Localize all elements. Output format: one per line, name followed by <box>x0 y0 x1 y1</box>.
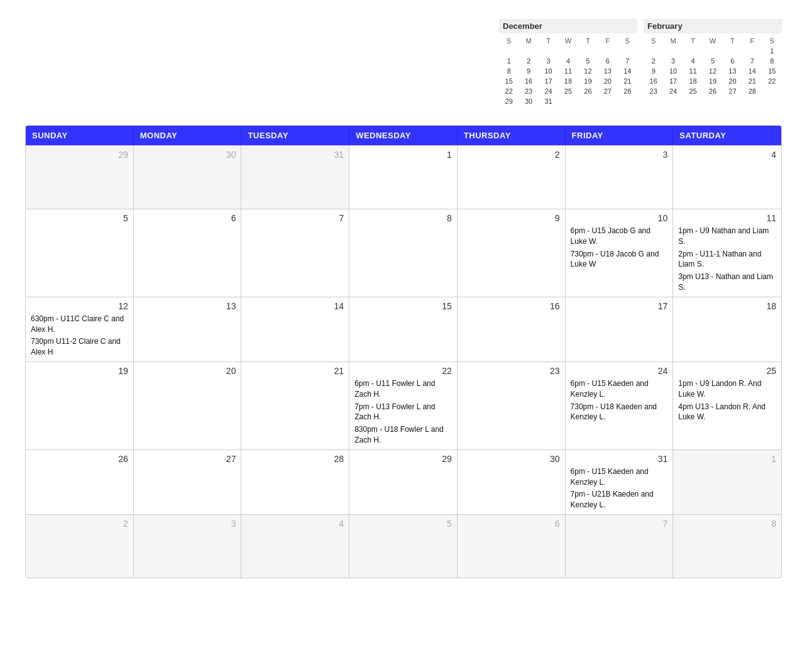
mini-cal-day: 27 <box>598 86 617 96</box>
day-number: 2 <box>31 519 128 529</box>
event-text: 6pm - U15 Kaeden and Kenzley L. <box>571 466 668 488</box>
mini-cal-day: 9 <box>644 66 663 76</box>
mini-cal-day: 24 <box>663 86 683 96</box>
event-text: 2pm - U11-1 Nathan and Liam S. <box>678 249 776 270</box>
mini-cal-header: February <box>644 19 782 33</box>
mini-cal-day: 14 <box>618 66 637 76</box>
mini-cal-day: 5 <box>578 56 598 66</box>
mini-cal-day <box>578 46 598 56</box>
mini-cal-day <box>742 46 762 56</box>
mini-cal-day: 4 <box>683 56 703 66</box>
day-number: 7 <box>571 519 668 529</box>
mini-cal-day: 3 <box>663 56 683 66</box>
cal-col-header: WEDNESDAY <box>349 126 458 145</box>
calendar-header: SUNDAYMONDAYTUESDAYWEDNESDAYTHURSDAYFRID… <box>26 126 781 145</box>
mini-cal-day: 8 <box>499 66 519 76</box>
calendar-cell: 7 <box>566 515 674 578</box>
calendar-week: 56789106pm - U15 Jacob G and Luke W.730p… <box>26 209 781 297</box>
day-number: 2 <box>463 150 560 160</box>
mini-cal-day-header: T <box>578 36 598 46</box>
calendar-cell: 15 <box>349 297 458 361</box>
mini-cal-day <box>558 96 578 106</box>
calendar-cell: 29 <box>26 146 134 209</box>
mini-cal-day: 19 <box>703 76 722 86</box>
mini-cal-day <box>644 46 663 56</box>
event-text: 1pm - U9 Nathan and Liam S. <box>678 226 776 247</box>
mini-cal-day <box>683 46 703 56</box>
event-text: 4pm U13 - Landon R. And Luke W. <box>678 402 776 423</box>
mini-cal-day <box>598 46 617 56</box>
mini-cal-day: 13 <box>598 66 617 76</box>
day-number: 30 <box>139 150 236 160</box>
mini-cal-day: 14 <box>742 66 762 76</box>
mini-cal-day: 11 <box>683 66 703 76</box>
calendar-cell: 226pm - U11 Fowler L and Zach H.7pm - U1… <box>349 362 458 449</box>
mini-cal-day-header: S <box>499 36 519 46</box>
mini-cal-day <box>578 96 598 106</box>
mini-cal-day-header: F <box>742 36 762 46</box>
mini-cal-day: 18 <box>683 76 703 86</box>
mini-cal-day: 7 <box>618 56 637 66</box>
mini-cal-day: 17 <box>539 76 558 86</box>
calendar-cell: 12630pm - U11C Claire C and Alex H.730pm… <box>26 297 134 361</box>
mini-cal-day: 30 <box>519 96 538 106</box>
day-number: 15 <box>354 301 452 311</box>
event-text: 7pm - U21B Kaeden and Kenzley L. <box>571 489 668 510</box>
day-number: 27 <box>139 454 236 464</box>
calendar-cell: 2 <box>458 146 566 209</box>
calendar-cell: 8 <box>349 209 458 297</box>
day-number: 21 <box>246 366 344 376</box>
calendar-cell: 27 <box>134 450 242 514</box>
cal-col-header: SATURDAY <box>673 126 781 145</box>
day-number: 1 <box>678 454 776 464</box>
calendar-cell: 2 <box>26 515 134 578</box>
event-text: 6pm - U15 Jacob G and Luke W. <box>571 226 668 247</box>
mini-cal-day: 25 <box>558 86 578 96</box>
calendar-cell: 13 <box>134 297 242 361</box>
event-text: 730pm - U18 Kaeden and Kenzley L. <box>571 402 668 423</box>
mini-cal-day <box>723 46 742 56</box>
mini-cal-day: 20 <box>598 76 617 86</box>
mini-cal-day: 17 <box>663 76 683 86</box>
day-number: 23 <box>463 366 560 376</box>
day-number: 12 <box>31 301 128 311</box>
mini-cal-day: 23 <box>519 86 538 96</box>
mini-cal-day: 13 <box>723 66 742 76</box>
event-text: 7pm - U13 Fowler L and Zach H. <box>354 402 452 423</box>
mini-calendars: DecemberSMTWTFS 123456789101112131415161… <box>499 19 782 106</box>
mini-cal-day: 21 <box>618 76 637 86</box>
cal-col-header: THURSDAY <box>458 126 566 145</box>
day-number: 7 <box>246 213 344 223</box>
mini-cal-day: 7 <box>742 56 762 66</box>
mini-cal-grid: SMTWTFS 12345678910111213141516171819202… <box>644 36 782 96</box>
cal-col-header: TUESDAY <box>241 126 349 145</box>
mini-cal-day: 19 <box>578 76 598 86</box>
day-number: 22 <box>354 366 452 376</box>
mini-cal-day: 16 <box>644 76 663 86</box>
mini-cal-day: 22 <box>499 86 519 96</box>
calendar-cell: 6 <box>134 209 242 297</box>
mini-cal-day: 2 <box>644 56 663 66</box>
mini-cal-day: 6 <box>598 56 617 66</box>
mini-cal-day: 25 <box>683 86 703 96</box>
calendar-cell: 1 <box>349 146 458 209</box>
mini-cal-day: 21 <box>742 76 762 86</box>
cal-col-header: SUNDAY <box>26 126 134 145</box>
calendar-cell: 3 <box>566 146 674 209</box>
calendar-body: 293031123456789106pm - U15 Jacob G and L… <box>26 145 781 578</box>
mini-cal-day-header: F <box>598 36 617 46</box>
day-number: 13 <box>139 301 236 311</box>
calendar-cell: 20 <box>134 362 242 449</box>
calendar-week: 2930311234 <box>26 145 781 209</box>
mini-cal-day: 12 <box>578 66 598 76</box>
event-text: 1pm - U9 Landon R. And Luke W. <box>678 378 776 400</box>
calendar-cell: 18 <box>673 297 781 361</box>
calendar-cell: 3 <box>134 515 242 578</box>
calendar-cell: 28 <box>241 450 349 514</box>
mini-cal-day: 12 <box>703 66 722 76</box>
day-number: 8 <box>678 519 776 529</box>
mini-cal-header: December <box>499 19 637 33</box>
mini-cal-day <box>618 46 637 56</box>
calendar-cell: 29 <box>349 450 458 514</box>
calendar-cell: 4 <box>673 146 781 209</box>
